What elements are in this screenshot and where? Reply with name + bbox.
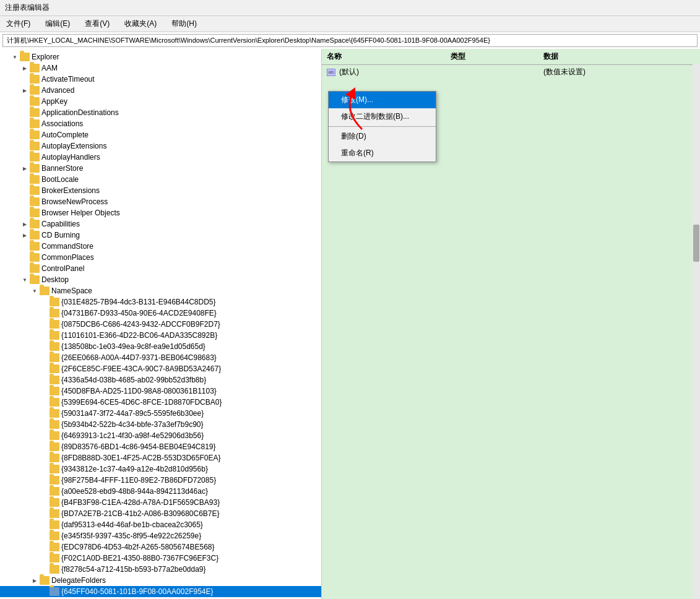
tree-item-autoplayhandlers[interactable]: AutoplayHandlers	[0, 152, 321, 163]
expand-icon	[40, 442, 50, 452]
context-menu-item-delete[interactable]: 删除(D)	[329, 128, 436, 145]
context-menu-item-rename[interactable]: 重命名(R)	[329, 145, 436, 162]
menu-file[interactable]: 文件(F)	[2, 17, 34, 30]
tree-item-cdburning[interactable]: ▶ CD Burning	[0, 230, 321, 241]
folder-icon	[30, 108, 40, 117]
menu-favorites[interactable]: 收藏夹(A)	[121, 17, 160, 30]
context-menu-item-modify[interactable]: 修改(M)...	[329, 92, 436, 108]
tree-item-aam[interactable]: ▶ AAM	[0, 62, 321, 74]
tree-item-guid14[interactable]: {89D83576-6BD1-4c86-9454-BEB04E94C819}	[0, 441, 321, 452]
tree-item-guid23[interactable]: {EDC978D6-4D53-4b2f-A265-5805674BE568}	[0, 541, 321, 553]
tree-item-namespace[interactable]: ▼ NameSpace	[0, 285, 321, 296]
folder-icon	[30, 253, 40, 262]
right-pane-row[interactable]: ab (默认) (数值未设置)	[322, 65, 700, 79]
expand-icon[interactable]: ▶	[20, 63, 30, 73]
address-bar[interactable]: 计算机\HKEY_LOCAL_MACHINE\SOFTWARE\Microsof…	[2, 34, 698, 47]
expand-icon[interactable]: ▼	[10, 52, 20, 62]
tree-item-guid1[interactable]: {031E4825-7B94-4dc3-B131-E946B44C8DD5}	[0, 296, 321, 308]
expand-icon[interactable]: ▶	[20, 85, 30, 95]
tree-item-guid-selected[interactable]: {645FF040-5081-101B-9F08-00AA002F954E}	[0, 586, 321, 597]
tree-item-capabilities[interactable]: ▶ Capabilities	[0, 218, 321, 230]
expand-icon	[40, 375, 50, 385]
tree-item-guid5[interactable]: {138508bc-1e03-49ea-9c8f-ea9e1d05d65d}	[0, 341, 321, 352]
folder-icon	[30, 242, 40, 251]
folder-icon	[50, 509, 59, 518]
expand-icon[interactable]: ▶	[20, 230, 30, 240]
folder-icon	[50, 298, 59, 306]
tree-item-activatetimeout[interactable]: ActivateTimeout	[0, 74, 321, 85]
context-menu-item-modify-binary[interactable]: 修改二进制数据(B)...	[329, 108, 436, 125]
tree-item-guid19[interactable]: {B4FB3F98-C1EA-428d-A78A-D1F5659CBA93}	[0, 497, 321, 508]
tree-item-bannerstore[interactable]: ▶ BannerStore	[0, 163, 321, 174]
tree-item-guid7[interactable]: {2F6CE85C-F9EE-43CA-90C7-8A9BD53A2467}	[0, 363, 321, 374]
tree-item-commandstore[interactable]: CommandStore	[0, 241, 321, 252]
tree-item-autoplayext[interactable]: AutoplayExtensions	[0, 140, 321, 152]
tree-item-controlpanel[interactable]: ControlPanel	[0, 263, 321, 274]
expand-icon[interactable]: ▶	[20, 163, 30, 173]
expand-icon	[20, 208, 30, 218]
tree-item-guid8[interactable]: {4336a54d-038b-4685-ab02-99bb52d3fb8b}	[0, 374, 321, 386]
col-data: 数据	[538, 50, 700, 63]
tree-item-delegatefolders[interactable]: ▶ DelegateFolders	[0, 575, 321, 586]
menu-edit[interactable]: 编辑(E)	[41, 17, 74, 30]
folder-icon	[50, 309, 59, 317]
scrollbar[interactable]	[693, 64, 700, 599]
tree-label: {59031a47-3f72-44a7-89c5-5595fe6b30ee}	[61, 409, 204, 418]
expand-icon	[20, 264, 30, 274]
expand-icon[interactable]: ▼	[20, 275, 30, 285]
tree-item-guid20[interactable]: {BD7A2E7B-21CB-41b2-A086-B309680C6B7E}	[0, 508, 321, 519]
tree-item-guid4[interactable]: {11016101-E366-4D22-BC06-4ADA335C892B}	[0, 330, 321, 341]
tree-label: ControlPanel	[41, 264, 84, 273]
tree-item-guid15[interactable]: {8FD8B88D-30E1-4F25-AC2B-553D3D65F0EA}	[0, 452, 321, 463]
tree-item-desktop[interactable]: ▼ Desktop	[0, 274, 321, 285]
tree-item-guid12[interactable]: {5b934b42-522b-4c34-bbfe-37a3ef7b9c90}	[0, 419, 321, 430]
tree-item-guid11[interactable]: {59031a47-3f72-44a7-89c5-5595fe6b30ee}	[0, 408, 321, 419]
expand-icon[interactable]: ▶	[20, 219, 30, 229]
expand-icon[interactable]: ▼	[30, 286, 40, 296]
expand-icon[interactable]: ▶	[30, 575, 40, 585]
menu-help[interactable]: 帮助(H)	[168, 17, 201, 30]
registry-editor-window: 注册表编辑器 文件(F) 编辑(E) 查看(V) 收藏夹(A) 帮助(H) 计算…	[0, 0, 700, 599]
tree-item-guid16[interactable]: {9343812e-1c37-4a49-a12e-4b2d810d956b}	[0, 463, 321, 475]
tree-item-guid21[interactable]: {daf95313-e44d-46af-be1b-cbacea2c3065}	[0, 519, 321, 530]
tree-item-browsenewprocess[interactable]: BrowseNewProcess	[0, 196, 321, 207]
scrollbar-thumb[interactable]	[693, 225, 699, 262]
tree-item-guid3[interactable]: {0875DCB6-C686-4243-9432-ADCCF0B9F2D7}	[0, 319, 321, 330]
tree-item-appkey[interactable]: AppKey	[0, 96, 321, 107]
tree-label: Browser Helper Objects	[41, 209, 120, 217]
tree-item-guid24[interactable]: {F02C1A0D-BE21-4350-88B0-7367FC96EF3C}	[0, 553, 321, 564]
tree-item-autocomplete[interactable]: AutoComplete	[0, 129, 321, 140]
context-menu-separator	[329, 126, 436, 127]
tree-label: {f8278c54-a712-415b-b593-b77a2be0dda9}	[61, 565, 206, 574]
expand-icon	[40, 531, 50, 541]
tree-item-guid10[interactable]: {5399E694-6CE5-4D6C-8FCE-1D8870FDCBA0}	[0, 397, 321, 408]
folder-icon	[30, 275, 40, 284]
tree-item-explorer[interactable]: ▼ Explorer	[0, 51, 321, 62]
expand-icon	[40, 587, 50, 597]
tree-item-guid22[interactable]: {e345f35f-9397-435c-8f95-4e922c26259e}	[0, 530, 321, 541]
tree-item-advanced[interactable]: ▶ Advanced	[0, 85, 321, 96]
tree-item-guid9[interactable]: {450D8FBA-AD25-11D0-98A8-0800361B1103}	[0, 386, 321, 397]
tree-pane[interactable]: ▼ Explorer ▶ AAM ActivateTimeout ▶ Advan…	[0, 49, 322, 599]
tree-item-guid2[interactable]: {04731B67-D933-450a-90E6-4ACD2E9408FE}	[0, 308, 321, 319]
expand-icon	[20, 130, 30, 140]
menu-view[interactable]: 查看(V)	[81, 17, 113, 30]
context-menu[interactable]: 修改(M)... 修改二进制数据(B)... 删除(D) 重命名(R)	[328, 91, 436, 162]
expand-icon	[20, 97, 30, 106]
tree-item-bootlocale[interactable]: BootLocale	[0, 174, 321, 185]
tree-label: {5399E694-6CE5-4D6C-8FCE-1D8870FDCBA0}	[61, 398, 222, 407]
tree-item-guid13[interactable]: {64693913-1c21-4f30-a98f-4e52906d3b56}	[0, 430, 321, 441]
tree-item-associations[interactable]: Associations	[0, 118, 321, 129]
tree-label: Desktop	[41, 275, 69, 284]
folder-icon	[50, 476, 59, 485]
tree-item-guid18[interactable]: {a00ee528-ebd9-48b8-944a-8942113d46ac}	[0, 486, 321, 497]
tree-item-browserhelper[interactable]: Browser Helper Objects	[0, 207, 321, 218]
tree-item-brokerext[interactable]: BrokerExtensions	[0, 185, 321, 196]
tree-item-guid17[interactable]: {98F275B4-4FFF-11E0-89E2-7B86DFD72085}	[0, 475, 321, 486]
tree-item-commonplaces[interactable]: CommonPlaces	[0, 252, 321, 263]
tree-item-guid6[interactable]: {26EE0668-A00A-44D7-9371-BEB064C98683}	[0, 352, 321, 363]
tree-item-guid25[interactable]: {f8278c54-a712-415b-b593-b77a2be0dda9}	[0, 564, 321, 575]
tree-label: {98F275B4-4FFF-11E0-89E2-7B86DFD72085}	[61, 476, 216, 485]
expand-icon	[40, 397, 50, 407]
tree-item-appdest[interactable]: ApplicationDestinations	[0, 107, 321, 118]
